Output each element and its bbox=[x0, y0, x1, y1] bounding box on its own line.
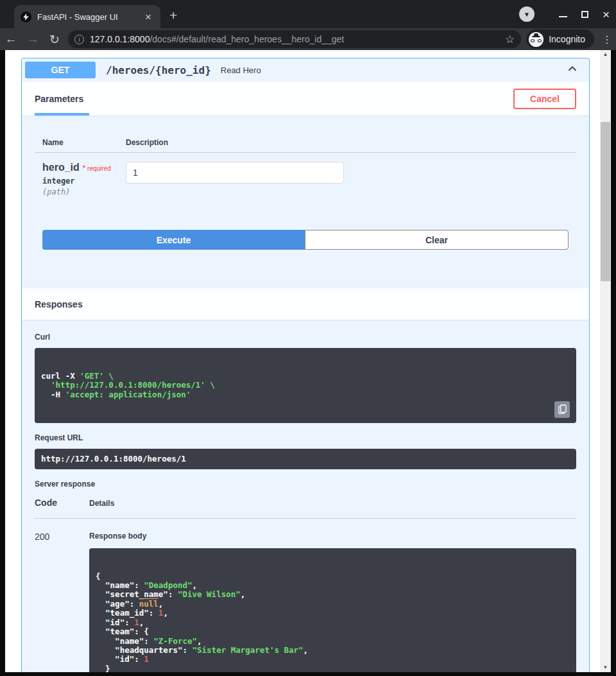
column-details: Details bbox=[89, 499, 114, 508]
cancel-button[interactable]: Cancel bbox=[513, 89, 576, 109]
request-url-block: http://127.0.0.1:8000/heroes/1 bbox=[35, 449, 576, 469]
browser-toolbar: ← → ↻ i 127.0.0.1:8000/docs#/default/rea… bbox=[0, 28, 616, 50]
column-name: Name bbox=[42, 138, 126, 147]
incognito-badge: Incognito bbox=[526, 30, 594, 49]
response-body-block: { "name": "Deadpond", "secret_name": "Di… bbox=[89, 548, 576, 672]
param-required-badge: * required bbox=[82, 165, 111, 172]
param-row-hero-id: hero_id * required integer (path) bbox=[35, 153, 576, 196]
clear-button[interactable]: Clear bbox=[305, 230, 569, 250]
scrollbar-down-icon[interactable]: ▼ bbox=[600, 663, 611, 672]
request-url-value: http://127.0.0.1:8000/heroes/1 bbox=[41, 455, 186, 464]
collapse-chevron-icon[interactable] bbox=[567, 63, 578, 77]
new-tab-icon[interactable]: + bbox=[169, 8, 177, 22]
forward-icon[interactable]: → bbox=[22, 32, 44, 46]
page-info-icon[interactable]: i bbox=[74, 35, 84, 44]
browser-menu-icon[interactable]: ⋮ bbox=[598, 33, 616, 46]
execute-button[interactable]: Execute bbox=[42, 230, 305, 250]
param-name: hero_id bbox=[42, 162, 80, 173]
parameters-header: Parameters Cancel bbox=[22, 82, 589, 116]
request-url-label: Request URL bbox=[35, 433, 576, 442]
hero-id-input[interactable] bbox=[126, 162, 344, 184]
responses-body: Curl curl -X 'GET' \ 'http://127.0.0.1:8… bbox=[22, 320, 589, 672]
fastapi-favicon-icon bbox=[21, 12, 31, 22]
tab-underline bbox=[35, 113, 89, 116]
window-minimize-icon[interactable] bbox=[559, 16, 567, 17]
reload-icon[interactable]: ↻ bbox=[44, 32, 65, 47]
tab-search-icon[interactable]: ▼ bbox=[519, 6, 535, 22]
opblock-get-read-hero: GET /heroes/{hero_id} Read Hero Paramete… bbox=[21, 58, 590, 672]
url-bar[interactable]: i 127.0.0.1:8000/docs#/default/read_hero… bbox=[68, 30, 521, 48]
server-response-label: Server response bbox=[35, 480, 576, 489]
incognito-label: Incognito bbox=[549, 34, 585, 44]
url-path: /docs#/default/read_hero_heroes__hero_id… bbox=[150, 34, 344, 44]
tab-parameters[interactable]: Parameters bbox=[35, 94, 83, 104]
column-code: Code bbox=[35, 498, 89, 508]
param-type: integer bbox=[42, 177, 126, 186]
status-code: 200 bbox=[35, 532, 89, 672]
window-maximize-icon[interactable] bbox=[581, 11, 588, 18]
browser-titlebar: FastAPI - Swagger UI × + ▼ × bbox=[0, 0, 616, 28]
curl-block: curl -X 'GET' \ 'http://127.0.0.1:8000/h… bbox=[35, 348, 576, 423]
window-close-icon[interactable]: × bbox=[603, 8, 610, 21]
curl-label: Curl bbox=[35, 333, 576, 342]
bookmark-star-icon[interactable]: ☆ bbox=[505, 33, 515, 46]
responses-header: Responses bbox=[22, 288, 589, 320]
url-text: 127.0.0.1:8000/docs#/default/read_hero_h… bbox=[90, 34, 500, 44]
server-response-row: 200 Response body { "name": "Deadpond", … bbox=[35, 519, 576, 672]
scrollbar-up-icon[interactable]: ▲ bbox=[600, 50, 611, 59]
endpoint-header[interactable]: GET /heroes/{hero_id} Read Hero bbox=[22, 58, 589, 82]
endpoint-path: /heroes/{hero_id} bbox=[106, 64, 211, 76]
back-icon[interactable]: ← bbox=[0, 32, 22, 46]
responses-title: Responses bbox=[35, 299, 83, 309]
url-host: 127.0.0.1:8000 bbox=[90, 34, 150, 44]
parameters-body: Name Description hero_id * required inte… bbox=[22, 116, 589, 269]
browser-tab[interactable]: FastAPI - Swagger UI × bbox=[14, 5, 160, 28]
response-body-label: Response body bbox=[89, 532, 576, 541]
endpoint-summary: Read Hero bbox=[221, 65, 567, 75]
scrollbar[interactable]: ▲ ▼ bbox=[600, 50, 611, 672]
tab-title: FastAPI - Swagger UI bbox=[37, 12, 142, 22]
page-content: GET /heroes/{hero_id} Read Hero Paramete… bbox=[5, 50, 611, 672]
param-location: (path) bbox=[42, 187, 126, 196]
incognito-icon bbox=[529, 32, 543, 47]
tab-close-icon[interactable]: × bbox=[142, 11, 154, 23]
copy-curl-button[interactable] bbox=[554, 401, 570, 418]
column-description: Description bbox=[126, 138, 168, 147]
scrollbar-thumb[interactable] bbox=[601, 122, 610, 281]
method-badge: GET bbox=[25, 62, 96, 78]
